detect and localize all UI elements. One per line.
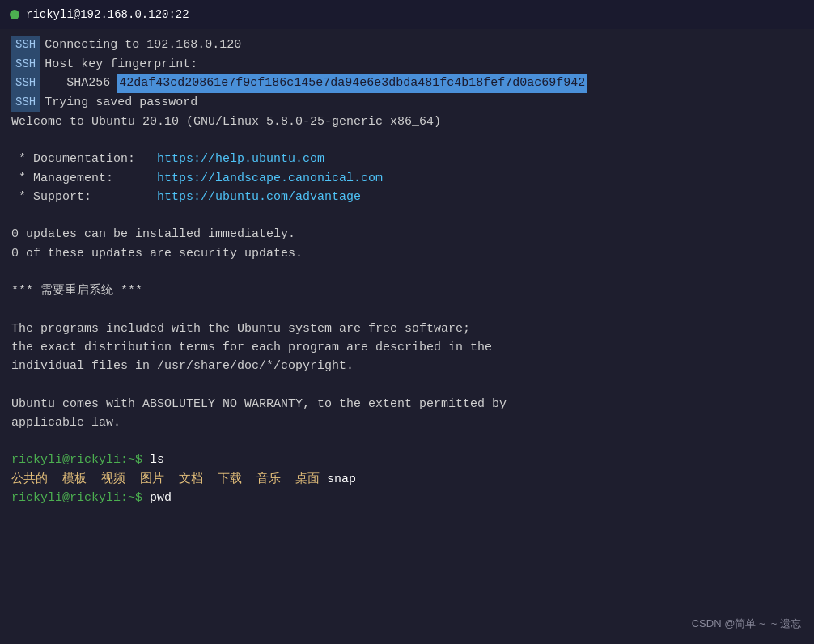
terminal-line: applicable law. — [11, 413, 803, 432]
terminal-line: rickyli@rickyli:~$ ls — [11, 451, 803, 469]
terminal-line: SSH SHA256 42daf43cd20861e7f9cf186c145e7… — [11, 74, 803, 93]
url-text: https://help.ubuntu.com — [157, 150, 324, 168]
blank-line — [11, 300, 803, 319]
terminal-line: * Management: https://landscape.canonica… — [11, 169, 803, 188]
ls-item: snap — [320, 470, 356, 489]
ssh-badge: SSH — [11, 93, 40, 112]
titlebar: rickyli@192.168.0.120:22 — [0, 0, 814, 29]
ls-item: 文档 — [164, 470, 203, 489]
shell-command: pwd — [150, 489, 172, 507]
plain-text-part: * Support: — [11, 188, 157, 206]
plain-text: the exact distribution terms for each pr… — [11, 338, 492, 357]
terminal-output[interactable]: SSHConnecting to 192.168.0.120SSHHost ke… — [0, 29, 814, 644]
terminal-line: SSHConnecting to 192.168.0.120 — [11, 36, 803, 55]
terminal-line: individual files in /usr/share/doc/*/cop… — [11, 357, 803, 375]
ssh-badge: SSH — [11, 74, 40, 93]
plain-text: applicable law. — [11, 413, 121, 432]
shell-prompt: rickyli@rickyli:~$ — [11, 451, 150, 469]
plain-text: Welcome to Ubuntu 20.10 (GNU/Linux 5.8.0… — [11, 112, 441, 131]
shell-command: ls — [150, 451, 164, 469]
ls-item: 视频 — [87, 470, 125, 489]
ls-item: 桌面 — [281, 470, 320, 489]
watermark: CSDN @简单 ~_~ 遗忘 — [692, 616, 801, 631]
terminal-line: SSHTrying saved password — [11, 93, 803, 112]
blank-line — [11, 206, 803, 225]
terminal-line: 0 updates can be installed immediately. — [11, 225, 803, 244]
ssh-line-text: Host key fingerprint: — [45, 55, 197, 74]
ssh-line-text: Trying saved password — [45, 93, 197, 112]
url-text: https://ubuntu.com/advantage — [157, 188, 361, 206]
blank-line — [11, 432, 803, 451]
blank-line — [11, 131, 803, 150]
terminal-line: 0 of these updates are security updates. — [11, 244, 803, 263]
plain-text: 0 of these updates are security updates. — [11, 244, 303, 263]
terminal-line: * Support: https://ubuntu.com/advantage — [11, 188, 803, 206]
plain-text: The programs included with the Ubuntu sy… — [11, 320, 470, 338]
ls-item: 模板 — [48, 470, 87, 489]
ssh-line-text: Connecting to 192.168.0.120 — [45, 36, 241, 54]
blank-line — [11, 263, 803, 282]
plain-text: individual files in /usr/share/doc/*/cop… — [11, 357, 354, 375]
ssh-badge: SSH — [11, 55, 40, 74]
url-text: https://landscape.canonical.com — [157, 169, 383, 188]
sha-label: SHA256 — [45, 74, 117, 92]
ls-item: 公共的 — [11, 470, 48, 489]
plain-text-part: * Management: — [11, 169, 157, 188]
ls-item: 下载 — [203, 470, 242, 489]
terminal-line: Welcome to Ubuntu 20.10 (GNU/Linux 5.8.0… — [11, 112, 803, 131]
sha-hash: 42daf43cd20861e7f9cf186c145e7da94e6e3dbd… — [117, 74, 587, 92]
plain-text: 0 updates can be installed immediately. — [11, 225, 295, 244]
terminal-line: 公共的 模板 视频 图片 文档 下载 音乐 桌面 snap — [11, 470, 803, 489]
plain-text: *** 需要重启系统 *** — [11, 282, 142, 300]
ls-item: 音乐 — [242, 470, 281, 489]
status-indicator — [10, 10, 19, 19]
terminal-line: rickyli@rickyli:~$ pwd — [11, 489, 803, 507]
terminal-line: the exact distribution terms for each pr… — [11, 338, 803, 357]
ssh-badge: SSH — [11, 36, 40, 55]
plain-text-part: * Documentation: — [11, 150, 157, 168]
terminal-line: *** 需要重启系统 *** — [11, 282, 803, 300]
plain-text: Ubuntu comes with ABSOLUTELY NO WARRANTY… — [11, 395, 507, 413]
ls-item: 图片 — [125, 470, 164, 489]
terminal-line: SSHHost key fingerprint: — [11, 55, 803, 74]
terminal-line: * Documentation: https://help.ubuntu.com — [11, 150, 803, 168]
blank-line — [11, 375, 803, 394]
window-title: rickyli@192.168.0.120:22 — [26, 8, 189, 21]
shell-prompt: rickyli@rickyli:~$ — [11, 489, 150, 507]
terminal-line: The programs included with the Ubuntu sy… — [11, 320, 803, 338]
terminal-line: Ubuntu comes with ABSOLUTELY NO WARRANTY… — [11, 395, 803, 413]
